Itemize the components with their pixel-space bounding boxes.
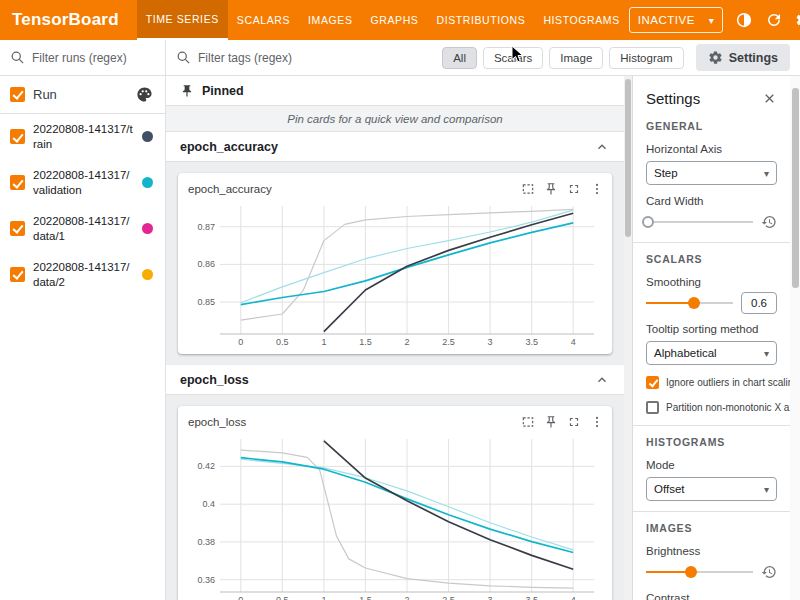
brightness-slider[interactable]	[646, 562, 753, 582]
tensorboard-app: TensorBoard TIME SERIES SCALARS IMAGES G…	[0, 0, 800, 600]
section-epoch-accuracy[interactable]: epoch_accuracy	[166, 132, 624, 162]
fit-domain-icon[interactable]	[521, 182, 535, 196]
run-checkbox[interactable]	[10, 129, 25, 144]
search-icon	[176, 50, 191, 65]
tab-histograms[interactable]: HISTOGRAMS	[534, 0, 628, 40]
pin-icon[interactable]	[544, 182, 558, 196]
tags-toolbar: All Scalars Image Histogram Settings	[166, 40, 800, 76]
collapse-chevron-up-icon[interactable]	[594, 372, 610, 388]
refresh-icon[interactable]	[764, 11, 783, 30]
slider-thumb[interactable]	[642, 216, 654, 228]
palette-icon[interactable]	[136, 86, 153, 103]
status-value: INACTIVE	[638, 14, 695, 26]
svg-text:0.5: 0.5	[276, 337, 289, 347]
svg-text:3: 3	[488, 595, 493, 600]
scrollbar-thumb[interactable]	[625, 79, 631, 237]
run-row-data-2[interactable]: 20220808-141317/data/2	[0, 252, 165, 298]
tab-distributions[interactable]: DISTRIBUTIONS	[427, 0, 534, 40]
run-color-dot	[142, 223, 153, 234]
svg-text:3: 3	[488, 337, 493, 347]
fit-domain-icon[interactable]	[521, 415, 535, 429]
partition-x-axis-checkbox[interactable]: Partition non-monotonic X axis	[646, 399, 777, 415]
smoothing-value-input[interactable]: 0.6	[741, 292, 777, 314]
settings-button-label: Settings	[729, 51, 778, 65]
section-title: epoch_accuracy	[180, 140, 594, 154]
tags-filter-input[interactable]	[198, 51, 328, 65]
general-heading: GENERAL	[646, 120, 777, 133]
run-row-validation[interactable]: 20220808-141317/validation	[0, 160, 165, 206]
reset-icon[interactable]	[761, 564, 777, 580]
ignore-outliers-checkbox[interactable]: Ignore outliers in chart scaling	[646, 374, 777, 390]
run-checkbox[interactable]	[10, 221, 25, 236]
images-heading: IMAGES	[646, 522, 777, 535]
contrast-label: Contrast	[646, 591, 777, 600]
svg-text:2: 2	[404, 337, 409, 347]
horizontal-axis-select[interactable]: Step ▾	[646, 161, 777, 185]
tab-graphs[interactable]: GRAPHS	[362, 0, 428, 40]
data-status-dropdown[interactable]: INACTIVE ▾	[629, 7, 724, 33]
fullscreen-icon[interactable]	[567, 182, 581, 196]
run-row-train[interactable]: 20220808-141317/train	[0, 114, 165, 160]
pin-icon[interactable]	[544, 415, 558, 429]
close-icon[interactable]	[762, 91, 777, 106]
run-row-data-1[interactable]: 20220808-141317/data/1	[0, 206, 165, 252]
chip-label: Scalars	[494, 52, 532, 64]
runs-sidebar: Run 20220808-141317/train 20220808-14131…	[0, 40, 166, 600]
fullscreen-icon[interactable]	[567, 415, 581, 429]
svg-text:3.5: 3.5	[525, 337, 538, 347]
scrollbar-thumb[interactable]	[792, 88, 799, 288]
run-checkbox[interactable]	[10, 267, 25, 282]
chip-image[interactable]: Image	[549, 47, 603, 69]
select-all-runs-checkbox[interactable]	[10, 87, 25, 102]
main-nav-tabs: TIME SERIES SCALARS IMAGES GRAPHS DISTRI…	[137, 0, 629, 40]
section-epoch-loss[interactable]: epoch_loss	[166, 365, 624, 395]
settings-scrollbar[interactable]	[790, 76, 800, 600]
settings-button[interactable]: Settings	[696, 44, 790, 71]
histogram-mode-select[interactable]: Offset ▾	[646, 477, 777, 501]
runs-filter-input[interactable]	[32, 51, 155, 65]
slider-thumb[interactable]	[685, 566, 697, 578]
chip-all[interactable]: All	[442, 47, 477, 69]
theme-toggle-icon[interactable]	[734, 11, 753, 30]
horizontal-axis-value: Step	[654, 167, 764, 179]
brightness-label: Brightness	[646, 544, 777, 558]
runs-filter	[0, 40, 165, 76]
settings-panel-title: Settings	[646, 90, 762, 107]
chip-scalars[interactable]: Scalars	[483, 47, 543, 69]
reset-icon[interactable]	[761, 214, 777, 230]
epoch-accuracy-chart[interactable]: 0.850.860.8700.511.522.533.54	[186, 200, 604, 350]
svg-text:0.86: 0.86	[197, 259, 215, 269]
svg-text:0.42: 0.42	[197, 461, 215, 471]
smoothing-slider[interactable]	[646, 293, 733, 313]
card-zone: epoch_loss 0.360.380.40.4200.511.522.533…	[166, 395, 624, 600]
svg-text:2.5: 2.5	[442, 595, 455, 600]
svg-text:0.85: 0.85	[197, 297, 215, 307]
runs-header-label: Run	[33, 87, 128, 102]
card-zone: epoch_accuracy 0.850.860.8700.511.522.53…	[166, 162, 624, 365]
more-options-icon[interactable]	[590, 182, 604, 196]
section-title: epoch_loss	[180, 373, 594, 387]
tooltip-sorting-select[interactable]: Alphabetical ▾	[646, 341, 777, 365]
tab-scalars[interactable]: SCALARS	[228, 0, 299, 40]
more-options-icon[interactable]	[590, 415, 604, 429]
chevron-down-icon: ▾	[764, 484, 769, 495]
run-checkbox[interactable]	[10, 175, 25, 190]
run-label: 20220808-141317/train	[33, 122, 134, 152]
tab-images[interactable]: IMAGES	[299, 0, 361, 40]
svg-text:1: 1	[321, 595, 326, 600]
runs-column-header: Run	[0, 76, 165, 114]
smoothing-label: Smoothing	[646, 275, 777, 289]
chevron-down-icon: ▾	[709, 15, 715, 26]
topbar-actions: INACTIVE ▾ ?	[629, 0, 800, 40]
slider-thumb[interactable]	[688, 297, 700, 309]
svg-text:0: 0	[238, 337, 243, 347]
chip-histogram[interactable]: Histogram	[609, 47, 683, 69]
settings-gear-icon[interactable]	[794, 11, 800, 30]
tab-time-series[interactable]: TIME SERIES	[137, 0, 228, 40]
settings-panel: Settings GENERAL Horizontal Axis Step ▾ …	[632, 76, 790, 600]
epoch-loss-chart[interactable]: 0.360.380.40.4200.511.522.533.54	[186, 433, 604, 600]
checkbox-icon	[646, 376, 659, 389]
main-scrollbar[interactable]	[624, 76, 632, 600]
collapse-chevron-up-icon[interactable]	[594, 139, 610, 155]
card-width-slider[interactable]	[646, 212, 753, 232]
